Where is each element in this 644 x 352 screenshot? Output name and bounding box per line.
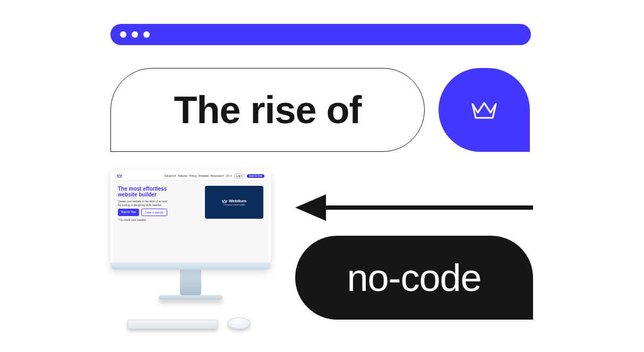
window-dot-icon bbox=[143, 31, 150, 38]
nav-link[interactable]: Pricing bbox=[189, 175, 196, 177]
window-dot-icon bbox=[132, 31, 138, 38]
nav-link[interactable]: Templates bbox=[198, 175, 209, 177]
brand-name: Weblium bbox=[229, 199, 246, 203]
hero-primary-button[interactable]: Start for free bbox=[118, 209, 139, 216]
site-nav: Solutions ▾ Features Pricing Templates R… bbox=[113, 172, 269, 181]
weblium-crown-icon bbox=[470, 100, 498, 120]
lang-select[interactable]: EN ▾ bbox=[226, 175, 232, 177]
nav-link[interactable]: Features bbox=[178, 175, 187, 177]
weblium-crown-icon bbox=[222, 199, 227, 203]
nav-cta-button[interactable]: Start for free bbox=[247, 174, 264, 178]
hero-secondary-button[interactable]: Order a website bbox=[141, 209, 167, 216]
imac-stand bbox=[180, 270, 201, 295]
heading-pill: The rise of bbox=[110, 68, 425, 152]
hero-subtext: Create your website in the blink of an e… bbox=[118, 200, 202, 207]
imac-screen: Solutions ▾ Features Pricing Templates R… bbox=[110, 170, 271, 270]
logo-badge bbox=[439, 68, 530, 152]
heading-text: The rise of bbox=[174, 88, 361, 132]
site-preview: Solutions ▾ Features Pricing Templates R… bbox=[113, 172, 269, 263]
site-hero: The most effortless website builder Crea… bbox=[113, 181, 269, 226]
login-button[interactable]: Log in bbox=[234, 174, 245, 178]
window-dot-icon bbox=[120, 31, 126, 38]
nav-link[interactable]: Solutions ▾ bbox=[165, 175, 177, 177]
brand-tagline: a universal website builder bbox=[223, 204, 245, 206]
hero-brand-card: Weblium a universal website builder bbox=[205, 186, 263, 219]
arrow-left-icon bbox=[295, 188, 533, 227]
nocode-text: no-code bbox=[347, 256, 481, 299]
browser-bar bbox=[110, 24, 531, 45]
hero-headline: The most effortless website builder bbox=[118, 186, 202, 198]
nav-link[interactable]: Resources ▾ bbox=[210, 175, 224, 177]
mouse-icon bbox=[227, 317, 251, 329]
site-logo-icon bbox=[117, 174, 122, 178]
site-nav-links: Solutions ▾ Features Pricing Templates R… bbox=[165, 175, 225, 177]
keyboard-icon bbox=[127, 320, 218, 329]
imac-chin bbox=[110, 262, 271, 270]
hero-note: * No credit card needed bbox=[118, 218, 202, 222]
imac-mockup: Solutions ▾ Features Pricing Templates R… bbox=[110, 170, 271, 329]
nocode-pill: no-code bbox=[295, 236, 533, 320]
imac-base bbox=[159, 295, 222, 299]
